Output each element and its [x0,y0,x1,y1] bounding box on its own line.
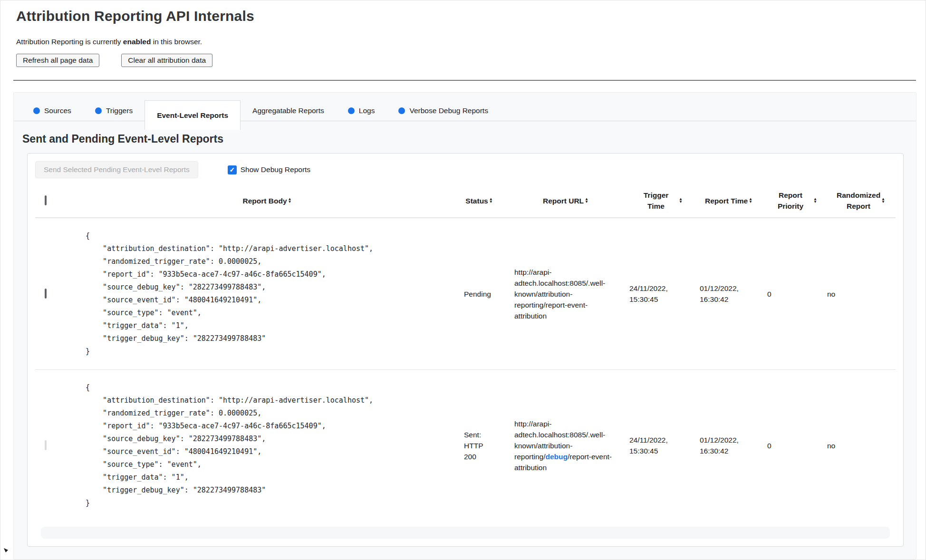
report-url-cell: http://arapi-adtech.localhost:8085/.well… [498,267,617,321]
report-url-text: http://arapi-adtech.localhost:8085/.well… [514,267,615,321]
column-label: Report Time [705,195,748,206]
column-label: Status [465,195,488,206]
report-url-text: http://arapi-adtech.localhost:8085/.well… [514,418,615,473]
tab-sources[interactable]: Sources [21,100,83,121]
table-footer-gap [35,521,896,527]
trigger-time-cell: 24/11/2022, 15:30:45 [617,434,687,456]
column-header-report-body[interactable]: Report Body ▲▼ [78,190,456,212]
tab-event-level-reports[interactable]: Event-Level Reports [145,100,241,130]
reports-panel: Send Selected Pending Event-Level Report… [27,153,904,547]
report-body-json: { "attribution_destination": "http://ara… [78,218,456,369]
column-header-randomized-report[interactable]: Randomized Report ▲▼ [819,184,895,217]
send-selected-reports-button[interactable]: Send Selected Pending Event-Level Report… [35,161,198,178]
page-header: Attribution Reporting API Internals Attr… [0,0,926,67]
trigger-time-cell: 24/11/2022, 15:30:45 [617,283,687,305]
sort-down-icon: ▼ [489,201,493,203]
tab-strip: Sources Triggers Event-Level Reports Agg… [14,93,916,121]
column-label: Trigger Time [634,190,678,212]
report-time-cell: 01/12/2022, 16:30:42 [687,283,758,305]
tab-label: Logs [359,106,375,115]
sort-arrows-icon: ▲▼ [489,198,493,203]
row-checkbox-disabled [45,440,47,450]
status-suffix: in this browser. [151,38,202,46]
row-checkbox[interactable] [45,289,47,299]
column-label: Randomized Report [837,190,880,212]
notification-dot-icon [398,107,405,114]
status-cell: Pending [456,289,498,299]
tab-label: Event-Level Reports [157,111,228,120]
row-select-cell [35,290,78,298]
clear-all-button[interactable]: Clear all attribution data [121,54,212,67]
table-header-row: Report Body ▲▼ Status ▲▼ Report URL ▲▼ T… [35,184,896,218]
column-header-trigger-time[interactable]: Trigger Time ▲▼ [617,184,687,217]
sort-arrows-icon: ▲▼ [749,198,752,203]
status-enabled-word: enabled [123,38,151,46]
page-title: Attribution Reporting API Internals [16,8,916,24]
show-debug-reports-label: Show Debug Reports [241,165,310,174]
sort-down-icon: ▼ [749,201,752,203]
sort-arrows-icon: ▲▼ [585,198,588,203]
status-cell: Sent: HTTP 200 [456,429,498,462]
column-header-report-url[interactable]: Report URL ▲▼ [498,190,617,212]
report-priority-cell: 0 [758,289,819,299]
tab-triggers[interactable]: Triggers [83,100,145,121]
select-all-cell [35,191,78,211]
reports-table: Report Body ▲▼ Status ▲▼ Report URL ▲▼ T… [35,184,896,539]
tab-verbose-debug-reports[interactable]: Verbose Debug Reports [386,100,500,121]
tab-logs[interactable]: Logs [336,100,387,121]
column-header-status[interactable]: Status ▲▼ [456,190,498,212]
sort-arrows-icon: ▲▼ [813,198,817,203]
attribution-internals-page: Attribution Reporting API Internals Attr… [0,0,926,560]
randomized-report-cell: no [819,289,895,299]
sort-down-icon: ▼ [288,201,292,203]
sort-down-icon: ▼ [585,201,588,203]
sort-down-icon: ▼ [813,201,817,203]
section-heading: Sent and Pending Event-Level Reports [22,133,916,145]
column-label: Report Priority [769,190,812,212]
report-body-json: { "attribution_destination": "http://ara… [78,370,456,521]
url-prefix: http://arapi-adtech.localhost:8085/.well… [514,268,605,320]
notification-dot-icon [348,107,355,114]
randomized-report-cell: no [819,440,895,451]
table-footer-strip [41,527,890,539]
tab-aggregatable-reports[interactable]: Aggregatable Reports [241,100,336,121]
notification-dot-icon [33,107,40,114]
report-priority-cell: 0 [758,440,819,451]
sort-down-icon: ▼ [881,201,885,203]
column-header-report-priority[interactable]: Report Priority ▲▼ [758,184,819,217]
tab-content-wrapper: Sources Triggers Event-Level Reports Agg… [13,92,916,560]
report-body-cell: { "attribution_destination": "http://ara… [78,218,456,369]
tab-label: Aggregatable Reports [252,106,324,115]
header-divider [13,80,916,81]
column-label: Report URL [543,195,584,206]
report-row-pending: { "attribution_destination": "http://ara… [35,218,896,369]
report-body-cell: { "attribution_destination": "http://ara… [78,370,456,521]
feature-status-text: Attribution Reporting is currently enabl… [16,38,916,46]
report-url-cell: http://arapi-adtech.localhost:8085/.well… [498,418,617,473]
row-select-cell [35,441,78,450]
sort-arrows-icon: ▲▼ [679,198,683,203]
status-prefix: Attribution Reporting is currently [16,38,123,46]
sort-arrows-icon: ▲▼ [881,198,885,203]
reports-toolbar: Send Selected Pending Event-Level Report… [35,160,896,184]
url-debug-segment: debug [545,453,568,461]
select-all-checkbox[interactable] [45,195,47,205]
refresh-all-button[interactable]: Refresh all page data [16,54,99,67]
report-row-sent: { "attribution_destination": "http://ara… [35,369,896,521]
tab-label: Triggers [106,106,133,115]
notification-dot-icon [95,107,102,114]
show-debug-reports-toggle[interactable]: ✓ Show Debug Reports [228,165,310,174]
sort-arrows-icon: ▲▼ [288,198,292,203]
mouse-cursor-icon [3,548,9,553]
checked-checkbox-icon[interactable]: ✓ [228,165,237,174]
header-buttons: Refresh all page data Clear all attribut… [16,54,916,67]
column-label: Report Body [243,195,287,206]
column-header-report-time[interactable]: Report Time ▲▼ [687,190,758,212]
report-time-cell: 01/12/2022, 16:30:42 [687,434,758,456]
tab-label: Sources [44,106,71,115]
sort-down-icon: ▼ [679,201,683,203]
tab-label: Verbose Debug Reports [409,106,488,115]
